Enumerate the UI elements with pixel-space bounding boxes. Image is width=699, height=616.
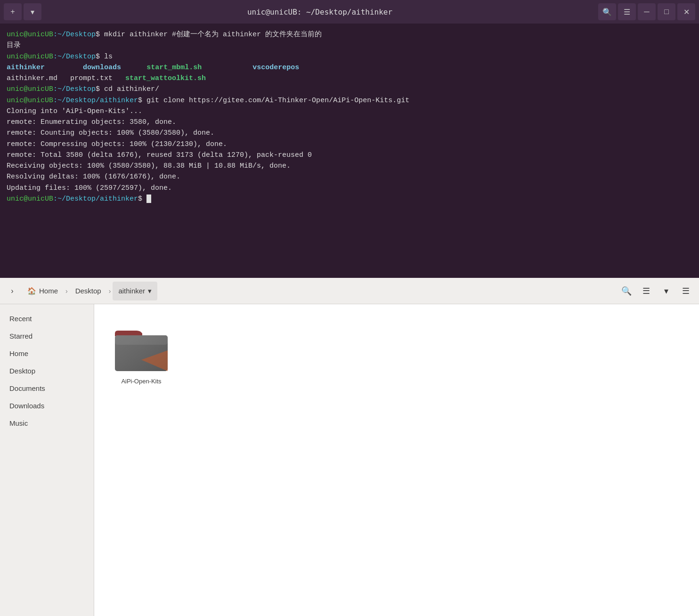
terminal-line-1b: 目录 xyxy=(7,40,692,51)
terminal-git-output-6: Receiving objects: 100% (3580/3580), 88.… xyxy=(7,161,692,171)
breadcrumb-aithinker-button[interactable]: aithinker ▾ xyxy=(113,282,157,300)
terminal-line-2: unic@unicUB:~/Desktop$ ls xyxy=(7,51,692,62)
file-item-aipi-open-kits[interactable]: AiPi-Open-Kits xyxy=(113,323,170,389)
terminal-line-3: unic@unicUB:~/Desktop$ cd aithinker/ xyxy=(7,84,692,95)
breadcrumb-expand-button[interactable]: › xyxy=(4,283,21,300)
terminal-git-output-2: remote: Enumerating objects: 3580, done. xyxy=(7,117,692,128)
sidebar-item-starred[interactable]: Starred xyxy=(0,327,94,345)
terminal-search-button[interactable]: 🔍 xyxy=(598,3,616,20)
terminal-git-output-7: Resolving deltas: 100% (1676/1676), done… xyxy=(7,171,692,182)
file-manager: › 🏠 Home › Desktop › aithinker ▾ 🔍 ☰ ▾ xyxy=(0,278,699,616)
folder-icon-aipi xyxy=(113,327,170,374)
fm-toolbar-right: 🔍 ☰ ▾ ☰ xyxy=(617,282,695,300)
terminal-title: unic@unicUB: ~/Desktop/aithinker xyxy=(41,8,598,16)
fm-sort-button[interactable]: ▾ xyxy=(657,282,675,300)
terminal-final-prompt: unic@unicUB:~/Desktop/aithinker$ xyxy=(7,194,692,204)
fm-view-button[interactable]: ☰ xyxy=(637,282,656,300)
terminal-git-output-1: Cloning into 'AiPi-Open-Kits'... xyxy=(7,106,692,117)
terminal-titlebar: + ▾ unic@unicUB: ~/Desktop/aithinker 🔍 ☰… xyxy=(0,0,699,24)
fm-toolbar: › 🏠 Home › Desktop › aithinker ▾ 🔍 ☰ ▾ xyxy=(0,278,699,304)
terminal-git-output-5: remote: Total 3580 (delta 1676), reused … xyxy=(7,150,692,161)
search-icon: 🔍 xyxy=(621,286,632,296)
terminal-line-1: unic@unicUB:~/Desktop$ mkdir aithinker #… xyxy=(7,29,692,40)
terminal-maximize-button[interactable]: □ xyxy=(658,3,675,20)
fm-search-button[interactable]: 🔍 xyxy=(617,282,636,300)
sidebar-item-downloads[interactable]: Downloads xyxy=(0,397,94,414)
terminal-line-4: unic@unicUB:~/Desktop/aithinker$ git clo… xyxy=(7,95,692,106)
terminal-ls-output-1: aithinker downloads start_mbml.sh vscode… xyxy=(7,62,692,73)
sidebar-item-home[interactable]: Home xyxy=(0,345,94,362)
breadcrumb-dropdown-icon: ▾ xyxy=(148,287,152,295)
fm-main-area[interactable]: AiPi-Open-Kits xyxy=(94,304,699,616)
terminal-minimize-button[interactable]: ─ xyxy=(638,3,656,20)
terminal-menu-button[interactable]: ☰ xyxy=(618,3,636,20)
sort-icon: ▾ xyxy=(664,286,668,296)
terminal-git-output-4: remote: Compressing objects: 100% (2130/… xyxy=(7,139,692,150)
breadcrumb-desktop-button[interactable]: Desktop xyxy=(70,282,107,300)
sidebar-item-documents[interactable]: Documents xyxy=(0,380,94,397)
terminal-cursor xyxy=(146,195,151,203)
terminal-body[interactable]: unic@unicUB:~/Desktop$ mkdir aithinker #… xyxy=(0,24,699,278)
view-icon: ☰ xyxy=(642,286,650,296)
breadcrumb-sep-2: › xyxy=(109,287,111,295)
breadcrumb-home-button[interactable]: 🏠 Home xyxy=(22,282,64,300)
sidebar-item-recent[interactable]: Recent xyxy=(0,310,94,327)
terminal-close-button[interactable]: ✕ xyxy=(677,3,695,20)
new-tab-button[interactable]: + xyxy=(4,3,22,20)
breadcrumb-sep-1: › xyxy=(65,287,68,295)
terminal-ls-output-2: aithinker.md prompt.txt start_wattoolkit… xyxy=(7,73,692,84)
svg-rect-2 xyxy=(115,335,168,345)
sidebar-item-desktop[interactable]: Desktop xyxy=(0,362,94,380)
sidebar-item-music[interactable]: Music xyxy=(0,414,94,432)
titlebar-left-controls: + ▾ xyxy=(4,3,41,20)
fm-menu-button[interactable]: ☰ xyxy=(676,282,695,300)
file-name-aipi: AiPi-Open-Kits xyxy=(121,378,161,385)
home-icon: 🏠 xyxy=(27,287,36,295)
folder-svg xyxy=(113,327,170,374)
fm-content: Recent Starred Home Desktop Documents Do… xyxy=(0,304,699,616)
titlebar-right-controls: 🔍 ☰ ─ □ ✕ xyxy=(598,3,695,20)
tab-dropdown-button[interactable]: ▾ xyxy=(24,3,41,20)
fm-sidebar: Recent Starred Home Desktop Documents Do… xyxy=(0,304,94,616)
terminal-window: + ▾ unic@unicUB: ~/Desktop/aithinker 🔍 ☰… xyxy=(0,0,699,278)
terminal-git-output-3: remote: Counting objects: 100% (3580/358… xyxy=(7,128,692,138)
menu-icon: ☰ xyxy=(682,286,690,296)
terminal-git-output-8: Updating files: 100% (2597/2597), done. xyxy=(7,183,692,194)
